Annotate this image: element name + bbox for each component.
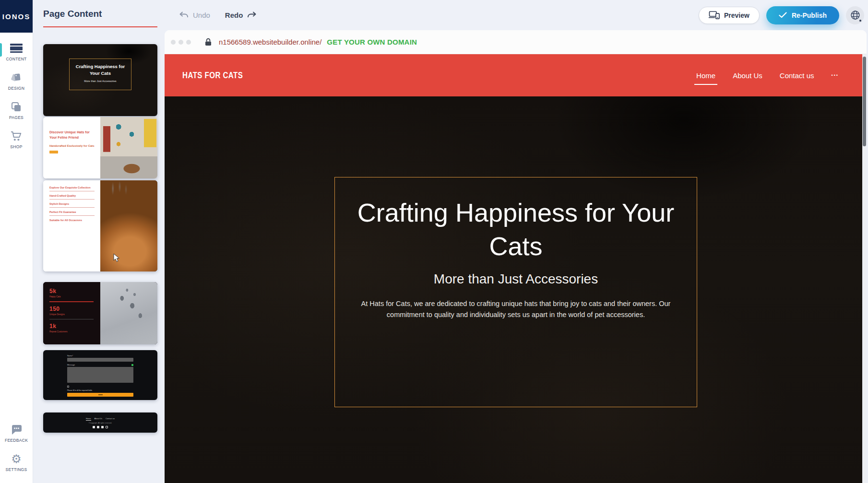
content-icon [10,43,23,54]
devices-icon [709,11,720,19]
editor-topbar: Undo Redo Preview Re-Publish [160,0,868,30]
cat-street-photo [100,117,157,178]
sidebar-item-label: FEEDBACK [5,438,28,443]
panel-title: Page Content [43,9,160,19]
sidebar-item-label: DESIGN [8,86,24,91]
sidebar-item-settings[interactable]: ⚙ SETTINGS [0,448,33,477]
nav-more-button[interactable]: ••• [832,73,839,78]
thumb-feature-heading: Stylish Designs [49,202,95,205]
republish-button[interactable]: Re-Publish [766,6,839,24]
stat-label: Happy Cats [49,295,94,298]
design-icon [11,72,22,83]
sidebar-item-pages[interactable]: PAGES [0,96,33,125]
site-viewport: HATS FOR CATS Home About Us Contact us •… [165,54,867,483]
cart-icon [11,130,22,142]
section-thumbnail-contact[interactable]: Name* Message Please fill in all the req… [43,350,157,400]
stat-value: 150 [49,306,94,312]
nav-item-about[interactable]: About Us [733,71,762,80]
site-url: n1566589.websitebuilder.online/ [219,38,321,46]
section-thumbnail-intro[interactable]: Discover Unique Hats for Your Feline Fri… [43,117,157,178]
hero-paragraph: At Hats for Cats, we are dedicated to cr… [360,298,672,320]
preview-scrollbar [862,54,867,483]
undo-button[interactable]: Undo [193,11,210,19]
browser-dots [171,40,191,45]
stat-label: Repeat Customers [49,330,94,333]
stat-value: 1k [49,323,94,330]
gear-icon: ⚙ [11,453,22,465]
section-thumbnail-list: Crafting Happiness for Your Cats More th… [43,44,157,433]
ionos-logo: IONOS [0,0,33,33]
thumb-consent-checkbox [67,386,69,388]
sidebar: IONOS CONTENT DESIGN PAGES [0,0,33,483]
sidebar-item-content[interactable]: CONTENT [0,37,33,67]
thumb-footer-copyright: ©Copyright. All rights reserved. [89,422,112,424]
redo-icon[interactable] [247,12,257,19]
undo-icon[interactable] [179,12,189,19]
app-root: IONOS CONTENT DESIGN PAGES [0,0,868,483]
stat-value: 5k [49,288,94,295]
hero-subtitle: More than Just Accessories [335,271,697,287]
sidebar-item-label: PAGES [9,115,24,120]
republish-button-label: Re-Publish [792,12,827,19]
thumb-required-note: Please fill in all the required fields [67,389,133,391]
paw-print-photo [100,282,157,344]
thumb-feature-heading: Hand-Crafted Quality [49,194,95,197]
emoji-picker-icon [131,364,133,366]
preview-button[interactable]: Preview [699,7,760,24]
thumb-social-icons [93,426,108,428]
section-thumbnail-footer[interactable]: Home About Us Contact us ©Copyright. All… [43,412,157,433]
nav-item-home[interactable]: Home [696,71,715,80]
site-nav: Home About Us Contact us ••• [696,71,839,80]
hero-title: Crafting Happiness for Your Cats [353,196,679,263]
pages-icon [11,101,22,113]
sidebar-item-shop[interactable]: SHOP [0,125,33,154]
thumb-intro-subheading: Handcrafted Exclusively for Cats [49,144,95,147]
sidebar-bottom: FEEDBACK ⚙ SETTINGS [0,419,33,477]
notification-dot [859,19,862,22]
site-header: HATS FOR CATS Home About Us Contact us •… [165,54,867,96]
scrollbar-thumb[interactable] [863,57,866,146]
sidebar-item-feedback[interactable]: FEEDBACK [0,419,33,448]
thumb-hero-box: Crafting Happiness for Your Cats More th… [69,59,132,90]
redo-button[interactable]: Redo [225,11,243,19]
globe-icon [850,10,861,21]
thumb-intro-button [49,151,58,153]
thumb-feature-heading: Suitable for All Occasions [49,219,95,222]
sidebar-item-design[interactable]: DESIGN [0,67,33,96]
sidebar-item-label: SETTINGS [6,467,27,472]
nav-item-contact[interactable]: Contact us [780,71,814,80]
sidebar-item-label: SHOP [10,144,22,149]
thumb-name-input [67,358,133,362]
lock-icon [205,38,212,46]
section-thumbnail-stats[interactable]: 5k Happy Cats 150 Unique Designs 1k Repe… [43,282,157,344]
thumb-hero-subtitle: More than Just Accessories [72,80,129,82]
get-domain-link[interactable]: GET YOUR OWN DOMAIN [327,38,417,46]
thumb-message-textarea [67,367,133,383]
thumb-footer-nav: Home About Us Contact us [86,417,115,421]
hero-section[interactable]: Crafting Happiness for Your Cats More th… [165,96,867,483]
section-thumbnail-hero[interactable]: Crafting Happiness for Your Cats More th… [43,44,157,116]
thumb-message-label: Message [67,364,75,366]
sidebar-item-label: CONTENT [6,57,26,61]
stat-label: Unique Designs [49,313,94,316]
editor-stage: Undo Redo Preview Re-Publish [160,0,868,483]
thumb-features-text: Explore Our Exquisite Collection Hand-Cr… [43,180,100,271]
language-globe-button[interactable] [846,6,864,24]
browser-chrome: n1566589.websitebuilder.online/ GET YOUR… [165,30,867,54]
orange-cat-photo [100,180,157,271]
thumb-name-label: Name* [67,354,133,357]
panel-title-underline [43,26,157,27]
check-icon [779,12,787,18]
page-content-panel: Page Content Crafting Happiness for Your… [33,0,160,483]
thumb-feature-heading: Explore Our Exquisite Collection [49,186,95,189]
preview-button-label: Preview [724,12,749,19]
site-logo[interactable]: HATS FOR CATS [182,70,243,81]
thumb-submit-button [67,393,133,397]
thumb-intro-heading: Discover Unique Hats for Your Feline Fri… [49,130,95,140]
thumb-stats-text: 5k Happy Cats 150 Unique Designs 1k Repe… [43,282,100,344]
active-indicator [0,43,2,57]
site-preview-frame: n1566589.websitebuilder.online/ GET YOUR… [165,30,867,483]
section-thumbnail-features[interactable]: Explore Our Exquisite Collection Hand-Cr… [43,180,157,271]
hero-selected-block[interactable]: Crafting Happiness for Your Cats More th… [334,177,697,407]
thumb-hero-title: Crafting Happiness for Your Cats [72,63,129,77]
